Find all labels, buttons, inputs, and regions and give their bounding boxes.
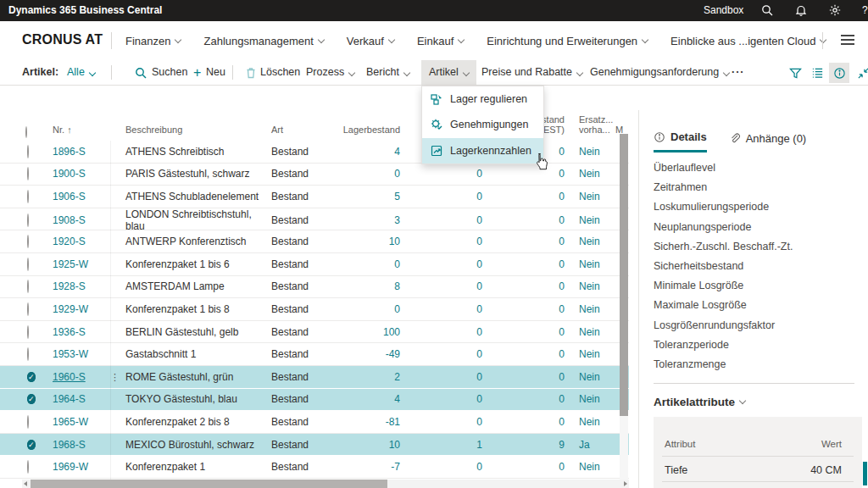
toolbar-menu-genehmigungsanforderung[interactable]: Genehmigungsanforderung — [590, 60, 729, 85]
row-checkbox[interactable] — [27, 214, 29, 227]
table-row[interactable]: 1925-WKonferenzpaket 1 bis 6Bestand000Ne… — [0, 253, 629, 276]
factbox-field-losgrößenrundungsfaktor[interactable]: Losgrößenrundungsfaktor — [654, 316, 793, 336]
row-cell-lagerbestand[interactable]: -7 — [324, 461, 400, 473]
list-view-icon[interactable] — [807, 63, 827, 83]
table-row[interactable]: ✓1960-S⋮ROME Gästestuhl, grünBestand200N… — [0, 366, 629, 389]
factbox-field-loskumulierungsperiode[interactable]: Loskumulierungsperiode — [654, 197, 793, 217]
row-cell-ersatz-vorhanden[interactable]: Nein — [565, 214, 615, 226]
nav-item-5[interactable]: Einrichtung und Erweiterungen — [487, 35, 648, 47]
new-button[interactable]: Neu — [206, 60, 225, 85]
row-cell-ersatz-vorhanden[interactable]: Nein — [565, 303, 615, 315]
column-header-ersatz[interactable]: Ersatz...vorha... — [565, 114, 615, 141]
item-number-link[interactable]: 1928-S — [53, 280, 86, 292]
panel-scrollbar-thumb[interactable] — [863, 462, 867, 485]
column-header-beschreibung[interactable]: Beschreibung — [125, 125, 271, 141]
row-cell-ersatz-vorhanden[interactable]: Nein — [565, 348, 615, 360]
row-cell-col2[interactable]: 1 — [400, 439, 482, 451]
row-cell-ersatz-vorhanden[interactable]: Nein — [565, 146, 615, 158]
row-checkbox[interactable] — [27, 258, 29, 271]
tab-attachments[interactable]: Anhänge (0) — [729, 130, 807, 152]
row-cell-lagerbestand-west[interactable]: 0 — [482, 168, 565, 180]
row-checkbox[interactable] — [27, 235, 29, 248]
row-cell-col2[interactable]: 0 — [400, 303, 482, 315]
row-cell-lagerbestand[interactable]: 4 — [324, 393, 400, 405]
row-cell-ersatz-vorhanden[interactable]: Ja — [565, 439, 615, 451]
filter-icon[interactable] — [785, 63, 805, 83]
row-checkbox-checked[interactable]: ✓ — [27, 394, 36, 404]
company-name[interactable]: CRONUS AT — [22, 32, 103, 47]
attributes-section-header[interactable]: Artikelattribute — [654, 396, 745, 408]
delete-button[interactable]: Löschen — [260, 60, 300, 85]
row-cell-lagerbestand[interactable]: 10 — [324, 236, 400, 247]
row-checkbox[interactable] — [27, 347, 29, 361]
scroll-right-icon[interactable] — [624, 481, 627, 486]
row-cell-ersatz-vorhanden[interactable]: Nein — [565, 371, 615, 383]
row-cell-col2[interactable]: 0 — [400, 280, 482, 292]
table-row[interactable]: 1908-SLONDON Schreibtischstuhl, blauBest… — [0, 208, 629, 231]
factbox-field-überlauflevel[interactable]: Überlauflevel — [654, 158, 793, 178]
row-checkbox[interactable] — [27, 167, 29, 180]
row-cell-lagerbestand-west[interactable]: 0 — [482, 214, 565, 226]
bell-icon[interactable] — [794, 3, 808, 17]
vertical-scrollbar[interactable] — [620, 134, 628, 480]
row-checkbox-checked[interactable]: ✓ — [27, 372, 36, 382]
factbox-field-maximale-losgröße[interactable]: Maximale Losgröße — [654, 296, 793, 315]
search-icon[interactable] — [760, 3, 774, 17]
factbox-field-sicherheitsbestand[interactable]: Sicherheitsbestand — [654, 257, 793, 276]
horizontal-scrollbar[interactable] — [22, 480, 629, 488]
item-number-link[interactable]: 1936-S — [53, 326, 86, 338]
item-number-link[interactable]: 1896-S — [53, 146, 86, 158]
row-cell-col2[interactable]: 0 — [400, 393, 482, 405]
row-cell-lagerbestand[interactable]: 8 — [324, 280, 400, 292]
row-cell-lagerbestand[interactable]: -49 — [324, 348, 400, 360]
table-row[interactable]: 1953-WGastabschnitt 1Bestand-4900Nein — [0, 343, 629, 366]
row-cell-lagerbestand-west[interactable]: 0 — [482, 280, 565, 292]
more-nav-icon[interactable] — [841, 35, 854, 46]
item-number-link[interactable]: 1929-W — [53, 303, 88, 315]
row-cell-lagerbestand-west[interactable]: 0 — [482, 461, 565, 473]
item-number-link[interactable]: 1965-W — [53, 416, 88, 428]
row-checkbox[interactable] — [27, 145, 29, 158]
row-cell-lagerbestand-west[interactable]: 0 — [482, 303, 565, 315]
row-cell-lagerbestand[interactable]: 2 — [324, 371, 400, 383]
item-number-link[interactable]: 1925-W — [53, 258, 88, 270]
row-cell-col2[interactable]: 0 — [400, 214, 482, 226]
search-button[interactable]: Suchen — [152, 60, 187, 85]
table-row[interactable]: ✓1964-STOKYO Gästestuhl, blauBestand400N… — [0, 389, 629, 412]
item-number-link[interactable]: 1964-S — [53, 393, 86, 405]
row-cell-lagerbestand[interactable]: 10 — [324, 439, 400, 451]
row-cell-col2[interactable]: 0 — [400, 168, 482, 180]
item-number-link[interactable]: 1969-W — [53, 461, 88, 473]
factbox-field-minimale-losgröße[interactable]: Minimale Losgröße — [654, 276, 793, 296]
item-number-link[interactable]: 1920-S — [53, 236, 86, 247]
row-cell-lagerbestand[interactable]: 0 — [324, 303, 400, 315]
menu-item-genehmigungen[interactable]: Genehmigungen — [422, 112, 543, 137]
row-cell-col2[interactable]: 0 — [400, 236, 482, 247]
toolbar-menu-prozess[interactable]: Prozess — [306, 60, 354, 85]
row-cell-lagerbestand-west[interactable]: 9 — [482, 439, 565, 451]
scroll-left-icon[interactable] — [24, 481, 27, 486]
info-pane-icon[interactable] — [829, 63, 849, 83]
item-number-link[interactable]: 1968-S — [53, 439, 86, 451]
row-cell-lagerbestand-west[interactable]: 0 — [482, 326, 565, 338]
row-cell-ersatz-vorhanden[interactable]: Nein — [565, 393, 615, 405]
column-header-nr[interactable]: Nr. ↑ — [47, 125, 110, 141]
item-number-link[interactable]: 1960-S — [53, 371, 86, 383]
row-cell-lagerbestand[interactable]: 5 — [324, 191, 400, 202]
row-cell-ersatz-vorhanden[interactable]: Nein — [565, 258, 615, 270]
row-checkbox[interactable] — [27, 415, 29, 429]
table-row[interactable]: 1929-WKonferenzpaket 1 bis 8Bestand000Ne… — [0, 298, 629, 321]
row-cell-lagerbestand-west[interactable]: 0 — [482, 258, 565, 270]
factbox-field-zeitrahmen[interactable]: Zeitrahmen — [654, 178, 793, 197]
nav-item-4[interactable]: Einkauf — [417, 35, 464, 47]
row-cell-lagerbestand-west[interactable]: 0 — [482, 393, 565, 405]
menu-item-lagerkennzahlen[interactable]: Lagerkennzahlen — [422, 138, 543, 164]
nav-item-1[interactable]: Finanzen — [125, 35, 181, 47]
table-row[interactable]: 1920-SANTWERP KonferenztischBestand1000N… — [0, 230, 629, 253]
row-cell-lagerbestand[interactable]: 4 — [324, 146, 400, 158]
horizontal-scrollbar-thumb[interactable] — [31, 480, 387, 488]
table-row[interactable]: 1969-WKonferenzpaket 1Bestand-700Nein — [0, 456, 629, 479]
row-cell-col2[interactable]: 0 — [400, 191, 482, 202]
row-checkbox[interactable] — [27, 280, 29, 293]
row-cell-ersatz-vorhanden[interactable]: Nein — [565, 461, 615, 473]
